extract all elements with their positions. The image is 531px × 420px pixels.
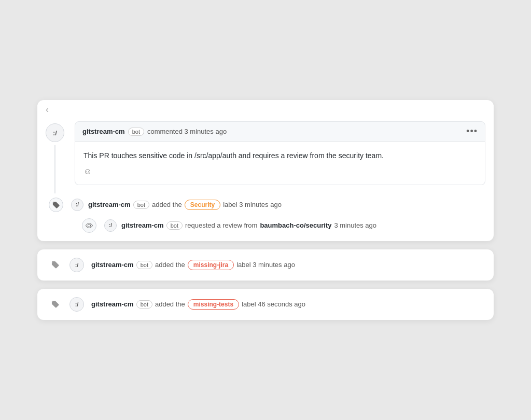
comment-body: This PR touches sensitive code in /src/a… (75, 142, 485, 185)
event-action-2: requested a review from (185, 221, 257, 229)
comment-section: :/ gitstream-cm bot commented 3 minutes … (37, 115, 494, 193)
tag-icon-3 (48, 297, 62, 312)
event-label-added: :/ gitstream-cm bot added the Security l… (37, 193, 494, 214)
comment-header: gitstream-cm bot commented 3 minutes ago… (75, 121, 485, 142)
missing-tests-label-badge: missing-tests (188, 299, 239, 310)
bot-badge: bot (128, 128, 144, 136)
event-bold-reviewer: baumbach-co/security (260, 221, 331, 229)
comment-header-left: gitstream-cm bot commented 3 minutes ago (82, 128, 227, 136)
security-label-badge: Security (185, 200, 220, 210)
event-content-2: gitstream-cm bot requested a review from… (121, 221, 376, 230)
bot-avatar-2: :/ (69, 258, 84, 272)
bot-avatar: :/ (46, 123, 64, 142)
comment-content: gitstream-cm bot commented 3 minutes ago… (71, 115, 494, 193)
more-options-button[interactable]: ••• (466, 126, 478, 137)
comment-card: ‹ :/ gitstream-cm bot commented 3 minute… (37, 100, 494, 241)
event-username-2: gitstream-cm (121, 221, 164, 229)
missing-jira-label-badge: missing-jira (188, 260, 234, 270)
card3-username: gitstream-cm (91, 300, 134, 308)
event-bot-badge-1: bot (133, 201, 149, 209)
tag-icon-2 (48, 258, 62, 272)
eye-icon-circle (82, 218, 96, 233)
event-bot-badge-2: bot (166, 221, 183, 230)
emoji-button[interactable]: ☺ (83, 167, 92, 176)
event-after-label-1: label 3 minutes ago (223, 201, 282, 208)
event-avatar-1: :/ (71, 199, 83, 211)
commenter-username: gitstream-cm (82, 128, 125, 135)
card2-bot-badge: bot (136, 261, 152, 269)
comment-timestamp: commented 3 minutes ago (147, 128, 227, 135)
event-avatar-2: :/ (104, 219, 117, 232)
event-review-requested: :/ gitstream-cm bot requested a review f… (37, 214, 494, 241)
tag-icon-circle (49, 198, 63, 212)
back-button[interactable]: ‹ (46, 104, 49, 115)
card3-content: gitstream-cm bot added the missing-tests… (91, 299, 305, 310)
card3-after-label: label 46 seconds ago (242, 300, 305, 308)
event-after-bold-2: 3 minutes ago (334, 221, 376, 229)
event-username-1: gitstream-cm (88, 201, 131, 208)
missing-tests-card: :/ gitstream-cm bot added the missing-te… (37, 289, 494, 320)
card2-after-label: label 3 minutes ago (236, 261, 295, 269)
bot-avatar-3: :/ (69, 297, 84, 312)
event-content-1: gitstream-cm bot added the Security labe… (88, 200, 282, 210)
card2-username: gitstream-cm (91, 261, 134, 269)
card3-bot-badge: bot (136, 300, 152, 309)
card2-action: added the (155, 261, 185, 269)
comment-text: This PR touches sensitive code in /src/a… (83, 150, 477, 161)
card3-action: added the (155, 300, 185, 308)
card2-content: gitstream-cm bot added the missing-jira … (91, 260, 295, 270)
event-action-1: added the (152, 201, 182, 208)
avatar-column: :/ (37, 115, 71, 193)
connector-line (54, 145, 55, 193)
missing-jira-card: :/ gitstream-cm bot added the missing-ji… (37, 249, 494, 281)
